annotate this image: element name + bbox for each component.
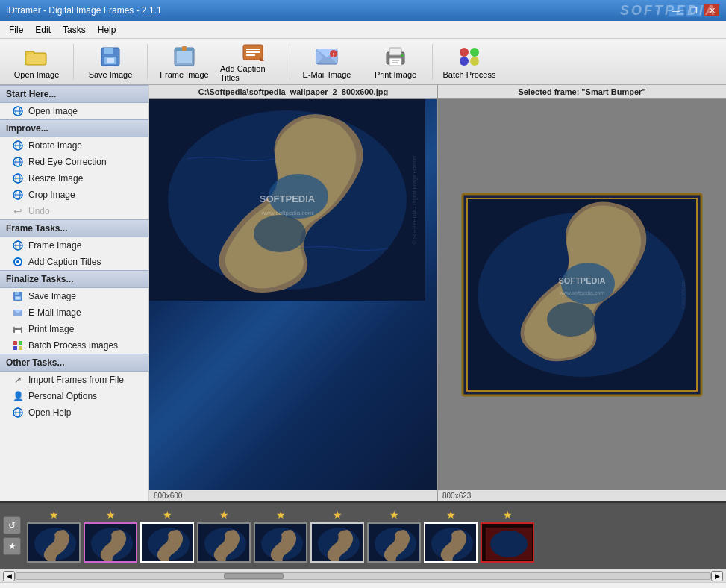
sidebar-help-label: Open Help	[28, 407, 71, 418]
caption-sidebar-icon	[12, 256, 24, 268]
filmstrip-item-3[interactable]: ★	[140, 509, 194, 563]
sidebar-item-print[interactable]: Print Image	[0, 321, 148, 337]
filmstrip-star-button[interactable]: ★	[3, 537, 21, 555]
filmstrip: ↺ ★ ★ ★ ★ ★ ★ ★	[0, 501, 726, 569]
globe-icon-frame	[12, 240, 24, 251]
filmstrip-thumb-2[interactable]	[84, 522, 137, 563]
svg-point-31	[460, 57, 469, 66]
sidebar-item-import[interactable]: ↗ Import Frames from File	[0, 372, 148, 388]
sidebar-undo-label: Undo	[28, 206, 50, 216]
filmstrip-thumb-7[interactable]	[367, 522, 421, 563]
sidebar-item-rotate[interactable]: Rotate Image	[0, 137, 148, 154]
import-icon: ↗	[12, 374, 24, 386]
sidebar-item-crop[interactable]: Crop Image	[0, 187, 148, 203]
menu-edit[interactable]: Edit	[29, 23, 57, 37]
filmstrip-star-8: ★	[446, 509, 456, 521]
filmstrip-item-9[interactable]: ★	[481, 509, 534, 563]
filmstrip-star-2: ★	[106, 509, 116, 521]
menu-file[interactable]: File	[3, 23, 29, 37]
sidebar-save-label: Save Image	[28, 291, 76, 301]
globe-icon-resize	[12, 172, 24, 184]
filmstrip-item-7[interactable]: ★	[367, 509, 421, 563]
filmstrip-thumb-5[interactable]	[254, 522, 307, 563]
svg-text:SOFTPEDIA: SOFTPEDIA	[260, 193, 316, 204]
toolbar-divider-3	[290, 44, 290, 80]
filmstrip-thumb-6[interactable]	[310, 522, 364, 563]
filmstrip-star-1: ★	[49, 509, 59, 521]
help-icon	[12, 407, 24, 419]
filmstrip-controls: ↺ ★	[3, 516, 21, 555]
svg-rect-63	[13, 341, 17, 345]
toolbar-email-image[interactable]: ! E-Mail Image	[293, 41, 360, 83]
toolbar-save-image[interactable]: Save Image	[77, 41, 144, 83]
content-panes: C:\Softpedia\softpedia_wallpaper_2_800x6…	[149, 85, 726, 501]
sidebar-item-personal[interactable]: 👤 Personal Options	[0, 388, 148, 404]
sidebar-item-help[interactable]: Open Help	[0, 404, 148, 421]
scrollbar-thumb[interactable]	[224, 573, 284, 579]
filmstrip-item-4[interactable]: ★	[197, 509, 251, 563]
email-sidebar-icon	[12, 307, 24, 319]
svg-point-29	[460, 48, 469, 57]
toolbar-frame-image[interactable]: Frame Image	[151, 41, 218, 83]
filmstrip-star-7: ★	[389, 509, 399, 521]
filmstrip-thumb-8[interactable]	[424, 522, 478, 563]
right-image-pane: Selected frame: "Smart Bumper"	[438, 85, 726, 501]
sidebar-item-red-eye[interactable]: Red Eye Correction	[0, 154, 148, 170]
menu-help[interactable]: Help	[92, 23, 122, 37]
softpedia-watermark: SOFTPEDIA	[620, 3, 717, 19]
sidebar-item-open-image[interactable]: Open Image	[0, 103, 148, 119]
save-icon	[98, 45, 122, 69]
svg-rect-10	[182, 46, 187, 51]
menu-tasks[interactable]: Tasks	[57, 23, 92, 37]
globe-icon-crop	[12, 189, 24, 201]
svg-point-104	[490, 531, 528, 557]
scroll-left-button[interactable]: ◀	[3, 571, 15, 581]
globe-icon-redeye	[12, 156, 24, 168]
toolbar-divider-1	[73, 44, 74, 80]
svg-rect-55	[15, 292, 19, 295]
sidebar-print-label: Print Image	[28, 324, 74, 334]
toolbar-print-label: Print Image	[375, 70, 416, 79]
filmstrip-thumb-9[interactable]	[481, 522, 534, 563]
filmstrip-thumb-1[interactable]	[27, 522, 81, 563]
filmstrip-item-5[interactable]: ★	[254, 509, 307, 563]
filmstrip-item-2[interactable]: ★	[84, 509, 137, 563]
left-image-pane: C:\Softpedia\softpedia_wallpaper_2_800x6…	[149, 85, 438, 501]
svg-text:!: !	[333, 51, 335, 58]
sidebar-item-batch[interactable]: Batch Process Images	[0, 337, 148, 354]
sidebar-item-frame[interactable]: Frame Image	[0, 237, 148, 254]
toolbar-print-image[interactable]: Print Image	[362, 41, 429, 83]
sidebar-import-label: Import Frames from File	[28, 375, 124, 385]
filmstrip-thumb-3[interactable]	[140, 522, 194, 563]
svg-rect-4	[104, 48, 113, 54]
menu-bar: File Edit Tasks Help	[0, 21, 726, 39]
svg-rect-25	[389, 58, 401, 66]
toolbar-batch-process[interactable]: Batch Process	[436, 41, 503, 83]
toolbar-batch-label: Batch Process	[443, 70, 496, 79]
toolbar: Open Image Save Image Frame Image	[0, 39, 726, 85]
filmstrip-star-9: ★	[503, 509, 513, 521]
toolbar-open-image[interactable]: Open Image	[3, 41, 70, 83]
sidebar-item-resize[interactable]: Resize Image	[0, 170, 148, 187]
svg-text:www.softpedia.com: www.softpedia.com	[559, 290, 604, 296]
sidebar-frame-label: Frame Image	[28, 240, 81, 251]
svg-point-82	[547, 302, 595, 337]
scrollbar-track[interactable]	[15, 572, 711, 580]
sidebar-item-save[interactable]: Save Image	[0, 288, 148, 304]
filmstrip-item-1[interactable]: ★	[27, 509, 81, 563]
toolbar-add-caption[interactable]: Add Caption Titles	[219, 41, 287, 83]
sidebar-open-label: Open Image	[28, 106, 78, 116]
filmstrip-refresh-button[interactable]: ↺	[3, 516, 21, 534]
sidebar-item-email[interactable]: E-Mail Image	[0, 304, 148, 321]
scroll-right-button[interactable]: ▶	[711, 571, 723, 581]
filmstrip-item-8[interactable]: ★	[424, 509, 478, 563]
filmstrip-thumb-4[interactable]	[197, 522, 251, 563]
filmstrip-star-3: ★	[163, 509, 172, 521]
right-pane-content: SOFTPEDIA www.softpedia.com © SOFTPEDIA	[438, 99, 726, 490]
sidebar-section-start: Start Here...	[0, 85, 148, 103]
save-sidebar-icon	[12, 290, 24, 302]
filmstrip-item-6[interactable]: ★	[310, 509, 364, 563]
svg-text:© SOFTPEDIA - Digital Image Fr: © SOFTPEDIA - Digital Image Frames	[412, 155, 418, 245]
sidebar-item-caption[interactable]: Add Caption Titles	[0, 254, 148, 270]
svg-rect-66	[19, 346, 22, 350]
